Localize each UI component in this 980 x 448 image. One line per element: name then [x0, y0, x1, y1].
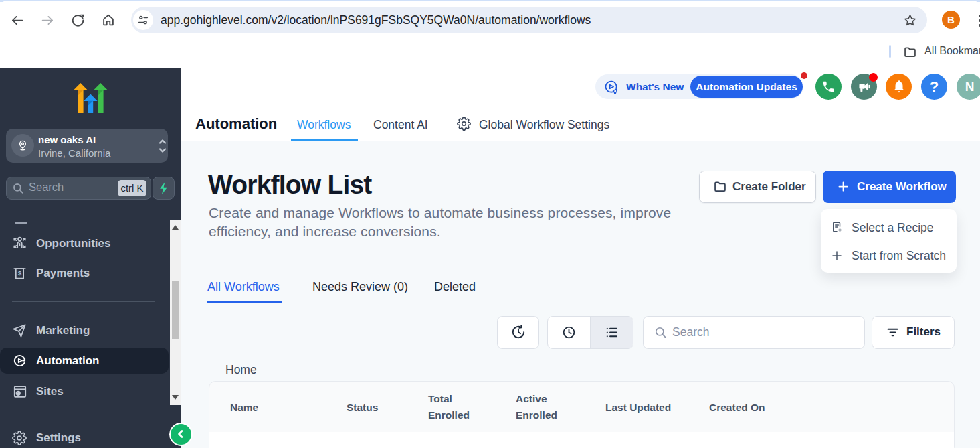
svg-text:$: $ [18, 270, 21, 277]
